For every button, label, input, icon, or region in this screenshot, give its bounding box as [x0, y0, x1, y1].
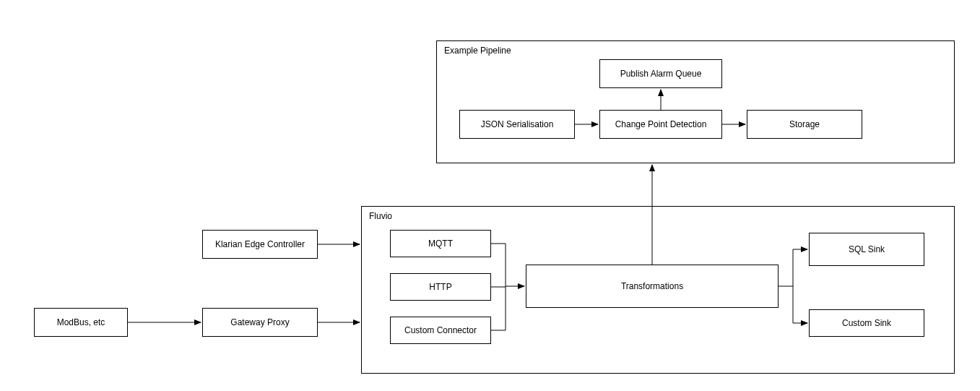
diagram-canvas: Example Pipeline Fluvio ModBus, etc Klar… — [0, 0, 980, 391]
node-change-point-detection: Change Point Detection — [599, 110, 722, 139]
node-label: JSON Serialisation — [481, 119, 554, 129]
node-label: Custom Connector — [404, 325, 477, 335]
node-label: Gateway Proxy — [230, 317, 289, 327]
node-mqtt: MQTT — [390, 230, 491, 257]
node-label: SQL Sink — [849, 244, 885, 254]
node-label: ModBus, etc — [57, 317, 105, 327]
node-gateway-proxy: Gateway Proxy — [202, 308, 318, 337]
node-http: HTTP — [390, 273, 491, 301]
node-label: Change Point Detection — [615, 119, 707, 129]
node-label: Storage — [789, 119, 820, 129]
node-modbus: ModBus, etc — [34, 308, 128, 337]
node-klarian-edge-controller: Klarian Edge Controller — [202, 230, 318, 259]
node-transformations: Transformations — [526, 265, 779, 308]
node-label: MQTT — [428, 239, 453, 249]
node-custom-connector: Custom Connector — [390, 317, 491, 344]
node-label: Klarian Edge Controller — [215, 239, 305, 249]
node-label: Transformations — [621, 281, 683, 291]
container-label-fluvio: Fluvio — [369, 211, 392, 221]
node-storage: Storage — [747, 110, 862, 139]
node-sql-sink: SQL Sink — [809, 233, 924, 266]
node-label: Custom Sink — [842, 318, 891, 328]
node-label: HTTP — [429, 282, 451, 292]
node-publish-alarm-queue: Publish Alarm Queue — [599, 59, 722, 88]
container-label-example-pipeline: Example Pipeline — [444, 46, 511, 56]
node-json-serialisation: JSON Serialisation — [459, 110, 575, 139]
node-label: Publish Alarm Queue — [620, 69, 702, 79]
node-custom-sink: Custom Sink — [809, 309, 924, 337]
